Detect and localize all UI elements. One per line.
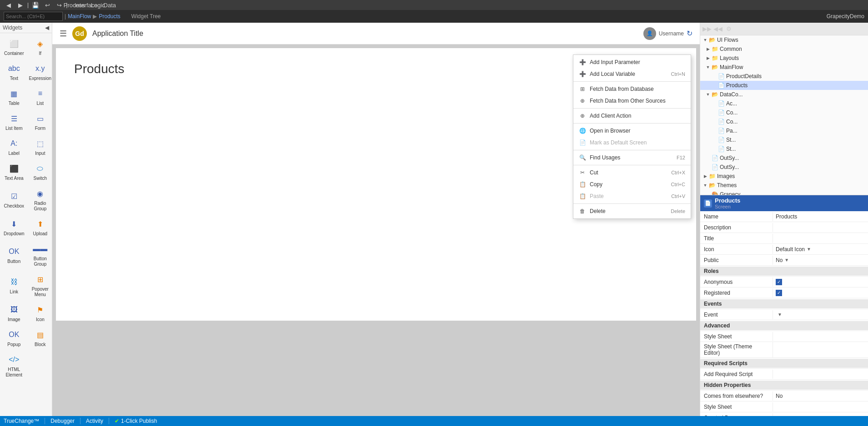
ctx-find-usages[interactable]: 🔍Find UsagesF12: [573, 152, 691, 163]
widget-image[interactable]: 🖼Image: [2, 301, 26, 325]
properties-header: 📄 Products Screen: [700, 195, 868, 211]
redo-btn[interactable]: ↪: [54, 0, 64, 10]
search-input[interactable]: [4, 12, 63, 21]
tree-item-co1[interactable]: 📄Co...: [700, 108, 868, 117]
tree-item-datacollection[interactable]: ▼📂DataCo...: [700, 90, 868, 99]
widget-checkbox[interactable]: ☑Checkbox: [2, 185, 26, 214]
tree-item-pa[interactable]: 📄Pa...: [700, 126, 868, 135]
outsy2-icon: 📄: [711, 163, 718, 171]
publish-status[interactable]: ✔ 1-Click Publish: [115, 418, 157, 424]
tree-item-common[interactable]: ▶📁Common: [700, 45, 868, 54]
widget-popup[interactable]: OKPopup: [2, 326, 26, 350]
refresh-btn[interactable]: ↻: [687, 29, 692, 38]
props-section-label-8: Events: [700, 299, 868, 308]
widget-expression[interactable]: x.yExpression: [27, 60, 52, 84]
forward-btn[interactable]: ▶: [15, 0, 25, 10]
tree-item-outsy1[interactable]: 📄OutSy...: [700, 154, 868, 163]
widget-html-element[interactable]: </>HTML Element: [2, 351, 26, 381]
debugger-label: Debugger: [50, 418, 75, 424]
props-section-15: Hidden Properties: [700, 380, 868, 391]
sep4-sep: [573, 150, 691, 150]
container-icon: ⬜: [8, 38, 20, 50]
tree-item-mainflow[interactable]: ▼📂MainFlow: [700, 63, 868, 72]
link-label: Link: [10, 289, 18, 295]
ctx-mark-default: 📄Mark as Default Screen: [573, 137, 691, 149]
breadcrumb-products[interactable]: Products: [99, 13, 120, 20]
tree-item-products[interactable]: 📄Products: [700, 81, 868, 90]
widget-textarea[interactable]: ⬛Text Area: [2, 160, 26, 184]
context-menu: ➕Add Input Parameter➕Add Local VariableC…: [573, 54, 691, 219]
productdetails-icon: 📄: [717, 73, 725, 80]
tree-item-layouts[interactable]: ▶📁Layouts: [700, 54, 868, 63]
ctx-open-browser[interactable]: 🌐Open in Browser: [573, 125, 691, 137]
co2-text: Co...: [726, 119, 738, 125]
list-label: List: [37, 101, 44, 106]
widget-popover-menu[interactable]: ⊞Popover Menu: [27, 271, 52, 300]
tree-filter-btn[interactable]: ⚙: [724, 24, 734, 34]
widget-list-item[interactable]: ☰List Item: [2, 110, 26, 134]
activity-status[interactable]: Activity: [86, 418, 103, 424]
tree-item-ac[interactable]: 📄Ac...: [700, 99, 868, 108]
widget-icon[interactable]: ⚑Icon: [27, 301, 52, 325]
props-value-4[interactable]: No ▼: [773, 256, 868, 265]
ctx-fetch-other[interactable]: ⊕Fetch Data from Other Sources: [573, 95, 691, 107]
widget-dropdown[interactable]: ⬇Dropdown: [2, 215, 26, 239]
widget-container[interactable]: ⬜Container: [2, 35, 26, 59]
logic-btn[interactable]: Logic: [93, 0, 103, 10]
collapse-panel-btn[interactable]: ◀: [45, 25, 49, 31]
tree-item-st2[interactable]: 📄St...: [700, 144, 868, 154]
widget-if[interactable]: ◈If: [27, 35, 52, 59]
tree-item-ui-flows[interactable]: ▼📂UI Flows: [700, 35, 868, 45]
props-value-3[interactable]: Default Icon ▼: [773, 245, 868, 254]
interface-btn[interactable]: Interface: [81, 0, 91, 10]
tree-item-productdetails[interactable]: 📄ProductDetails: [700, 72, 868, 81]
data-btn[interactable]: Data: [105, 0, 115, 10]
widget-input[interactable]: ⬚Input: [27, 135, 52, 159]
ctx-add-input-param[interactable]: ➕Add Input Parameter: [573, 56, 691, 68]
undo-btn[interactable]: ↩: [42, 0, 52, 10]
paste-label: Paste: [590, 193, 667, 199]
props-value-7[interactable]: ✓: [773, 288, 868, 297]
hamburger-icon[interactable]: ☰: [60, 29, 67, 39]
ctx-cut[interactable]: ✂CutCtrl+X: [573, 167, 691, 178]
widget-button-group[interactable]: ▬▬Button Group: [27, 240, 52, 270]
widget-table[interactable]: ▦Table: [2, 85, 26, 109]
widget-upload[interactable]: ⬆Upload: [27, 215, 52, 239]
tree-item-st1[interactable]: 📄St...: [700, 135, 868, 144]
widget-button[interactable]: OKButton: [2, 240, 26, 270]
breadcrumb-mainflow[interactable]: MainFlow: [68, 13, 91, 20]
ctx-fetch-db[interactable]: ⊞Fetch Data from Database: [573, 83, 691, 95]
tree-item-co2[interactable]: 📄Co...: [700, 117, 868, 126]
tree-item-images[interactable]: ▶📁Images: [700, 172, 868, 181]
ctx-copy[interactable]: 📋CopyCtrl+C: [573, 178, 691, 190]
save-btn[interactable]: 💾: [30, 0, 40, 10]
widget-panel: Widgets ◀ ⬜Container◈IfabcTextx.yExpress…: [0, 23, 52, 416]
tree-item-grapecy[interactable]: 🎨Grapecy...: [700, 190, 868, 195]
widget-form[interactable]: ▭Form: [27, 110, 52, 134]
tree-expand-btn[interactable]: ◀◀: [713, 24, 723, 34]
app-title: Application Title: [92, 30, 638, 38]
widget-text[interactable]: abcText: [2, 60, 26, 84]
tree-collapse-btn[interactable]: ▶▶: [702, 24, 712, 34]
props-value-6[interactable]: ✓: [773, 277, 868, 287]
props-checkbox-7[interactable]: ✓: [776, 290, 782, 296]
props-checkbox-6[interactable]: ✓: [776, 279, 782, 285]
themes-text: Themes: [717, 182, 737, 188]
ctx-add-client-action[interactable]: ⊕Add Client Action: [573, 110, 691, 122]
truechange-status[interactable]: TrueChange™: [4, 418, 39, 424]
widget-switch[interactable]: ⬭Switch: [27, 160, 52, 184]
table-label: Table: [9, 101, 20, 106]
tree-item-themes[interactable]: ▼📂Themes: [700, 181, 868, 190]
ctx-delete[interactable]: 🗑DeleteDelete: [573, 205, 691, 217]
widget-block[interactable]: ▤Block: [27, 326, 52, 350]
ctx-add-local-var[interactable]: ➕Add Local VariableCtrl+N: [573, 68, 691, 80]
table-icon: ▦: [8, 88, 20, 99]
back-btn[interactable]: ◀: [4, 0, 14, 10]
debugger-status[interactable]: Debugger: [50, 418, 75, 424]
props-value-9[interactable]: ▼: [773, 311, 868, 318]
widget-label[interactable]: A:Label: [2, 135, 26, 159]
widget-list[interactable]: ≡List: [27, 85, 52, 109]
widget-link[interactable]: ⛓Link: [2, 271, 26, 300]
widget-radio-group[interactable]: ◉Radio Group: [27, 185, 52, 214]
tree-item-outsy2[interactable]: 📄OutSy...: [700, 163, 868, 172]
